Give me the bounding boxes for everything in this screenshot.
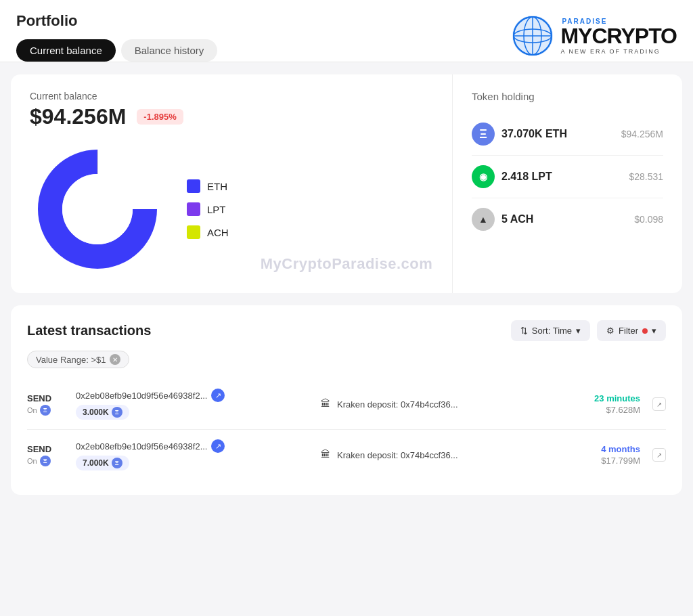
tx-usd-0: $7.628M <box>566 405 640 415</box>
chain-label-0: On <box>27 406 37 414</box>
kraken-icon-0: 🏛 <box>321 398 333 410</box>
transactions-section: Latest transactions ⇅ Sort: Time ▾ ⚙ Fil… <box>11 305 682 495</box>
token-left-eth: Ξ 37.070K ETH <box>472 123 567 146</box>
eth-chain-icon-0: Ξ <box>40 405 51 416</box>
tx-chain-0: On Ξ <box>27 405 68 416</box>
token-value-lpt: $28.531 <box>629 171 663 182</box>
tx-hash-1: 0x2eb08efb9e10d9f56e46938f2... ↗ <box>76 439 313 453</box>
token-row-lpt: ◉ 2.418 LPT $28.531 <box>472 156 663 198</box>
tx-amount-1: 7.000K <box>83 458 109 468</box>
legend-label-lpt: LPT <box>207 204 226 215</box>
balance-value: $94.256M <box>30 104 126 129</box>
token-name-eth: 37.070K ETH <box>501 128 567 139</box>
tx-dest-text-0: Kraken deposit: 0x74b4ccf36... <box>337 399 458 410</box>
balance-row: $94.256M -1.895% <box>30 104 433 129</box>
tx-time-col-0: 23 minutes $7.628M <box>566 393 640 415</box>
filter-chevron-icon: ▾ <box>652 326 656 336</box>
legend-color-eth <box>187 179 200 193</box>
token-amount-eth: 37.070K ETH <box>501 128 567 140</box>
tx-link-icon-0[interactable]: ↗ <box>211 389 225 402</box>
change-badge: -1.895% <box>137 109 183 125</box>
token-name-ach: 5 ACH <box>501 213 533 225</box>
tx-external-link-0[interactable]: ↗ <box>652 397 666 411</box>
token-value-eth: $94.256M <box>621 129 663 139</box>
tx-hash-col-1: 0x2eb08efb9e10d9f56e46938f2... ↗ 7.000K … <box>76 439 313 470</box>
token-amount-lpt: 2.418 LPT <box>501 171 552 183</box>
donut-chart <box>30 141 165 277</box>
sort-label: Sort: Time <box>532 326 572 336</box>
tx-type-1: SEND <box>27 444 68 454</box>
tx-link-icon-1[interactable]: ↗ <box>211 439 225 453</box>
filter-active-dot <box>642 328 648 334</box>
filter-icon: ⚙ <box>606 326 614 336</box>
chip-label: Value Range: >$1 <box>36 355 106 365</box>
chip-close-icon[interactable]: ✕ <box>110 354 120 365</box>
tx-amount-chip-1: 7.000K Ξ <box>76 456 129 470</box>
tx-hash-col-0: 0x2eb08efb9e10d9f56e46938f2... ↗ 3.000K … <box>76 389 313 420</box>
right-panel: Token holding Ξ 37.070K ETH $94.256M ◉ 2… <box>452 74 682 293</box>
eth-chain-icon-1: Ξ <box>40 456 51 466</box>
logo-mycrypto: MYCRYPTO <box>560 25 677 47</box>
token-amount-ach: 5 ACH <box>501 213 533 225</box>
token-icon-ach: ▲ <box>472 208 495 231</box>
tx-type-col-0: SEND On Ξ <box>27 393 68 416</box>
left-panel: Current balance $94.256M -1.895% ETH <box>11 74 452 293</box>
tx-title: Latest transactions <box>27 323 151 338</box>
token-icon-eth: Ξ <box>472 123 495 146</box>
tx-time-col-1: 4 months $17.799M <box>566 444 640 466</box>
legend-color-ach <box>187 225 200 239</box>
tab-group: Current balance Balance history <box>16 39 217 62</box>
tx-chain-1: On Ξ <box>27 456 68 466</box>
legend-color-lpt <box>187 202 200 216</box>
legend-label-eth: ETH <box>207 181 227 192</box>
token-left-lpt: ◉ 2.418 LPT <box>472 165 552 188</box>
tx-external-link-1[interactable]: ↗ <box>652 448 666 462</box>
tx-dest-col-0: 🏛 Kraken deposit: 0x74b4ccf36... <box>321 398 558 410</box>
value-range-chip: Value Range: >$1 ✕ <box>27 351 129 368</box>
tx-hash-0: 0x2eb08efb9e10d9f56e46938f2... ↗ <box>76 389 313 402</box>
donut-area: ETH LPT ACH <box>30 141 433 277</box>
tx-row-0: SEND On Ξ 0x2eb08efb9e10d9f56e46938f2...… <box>27 379 666 430</box>
logo-area: PARADISE MYCRYPTO A NEW ERA OF TRADING <box>512 12 677 57</box>
sort-chevron-icon: ▾ <box>576 326 581 336</box>
tx-type-col-1: SEND On Ξ <box>27 444 68 466</box>
svg-point-10 <box>62 174 133 244</box>
filter-label: Filter <box>619 326 638 336</box>
tx-header: Latest transactions ⇅ Sort: Time ▾ ⚙ Fil… <box>27 320 666 341</box>
tx-hash-text-1: 0x2eb08efb9e10d9f56e46938f2... <box>76 441 207 452</box>
tx-controls: ⇅ Sort: Time ▾ ⚙ Filter ▾ <box>511 320 666 341</box>
header-left: Portfolio Current balance Balance histor… <box>16 12 217 62</box>
token-left-ach: ▲ 5 ACH <box>472 208 533 231</box>
legend-item-ach: ACH <box>187 225 229 239</box>
tx-dest-col-1: 🏛 Kraken deposit: 0x74b4ccf36... <box>321 449 558 461</box>
token-holding-title: Token holding <box>472 91 663 102</box>
filter-chip-area: Value Range: >$1 ✕ <box>27 351 666 379</box>
header: Portfolio Current balance Balance histor… <box>0 0 693 62</box>
tx-dest-1: 🏛 Kraken deposit: 0x74b4ccf36... <box>321 449 558 461</box>
legend: ETH LPT ACH <box>187 179 229 239</box>
token-row-ach: ▲ 5 ACH $0.098 <box>472 198 663 240</box>
tab-current-balance[interactable]: Current balance <box>16 39 116 62</box>
tx-type-0: SEND <box>27 393 68 403</box>
tab-balance-history[interactable]: Balance history <box>121 39 218 62</box>
tx-amount-eth-icon-0: Ξ <box>112 407 122 418</box>
token-name-lpt: 2.418 LPT <box>501 171 552 182</box>
tx-usd-1: $17.799M <box>566 456 640 466</box>
token-value-ach: $0.098 <box>634 214 663 225</box>
current-balance-label: Current balance <box>30 91 433 102</box>
main-card: Current balance $94.256M -1.895% ETH <box>11 74 682 293</box>
legend-item-lpt: LPT <box>187 202 229 216</box>
tx-amount-eth-icon-1: Ξ <box>112 458 122 468</box>
page-title: Portfolio <box>16 12 217 30</box>
tx-dest-0: 🏛 Kraken deposit: 0x74b4ccf36... <box>321 398 558 410</box>
token-row-eth: Ξ 37.070K ETH $94.256M <box>472 113 663 156</box>
kraken-icon-1: 🏛 <box>321 449 333 461</box>
tx-time-0: 23 minutes <box>566 393 640 403</box>
tx-time-1: 4 months <box>566 444 640 454</box>
tx-dest-text-1: Kraken deposit: 0x74b4ccf36... <box>337 450 458 460</box>
tx-amount-chip-0: 3.000K Ξ <box>76 405 129 420</box>
legend-label-ach: ACH <box>207 227 229 238</box>
sort-button[interactable]: ⇅ Sort: Time ▾ <box>511 320 590 341</box>
sort-icon: ⇅ <box>520 326 528 336</box>
filter-button[interactable]: ⚙ Filter ▾ <box>597 320 666 341</box>
